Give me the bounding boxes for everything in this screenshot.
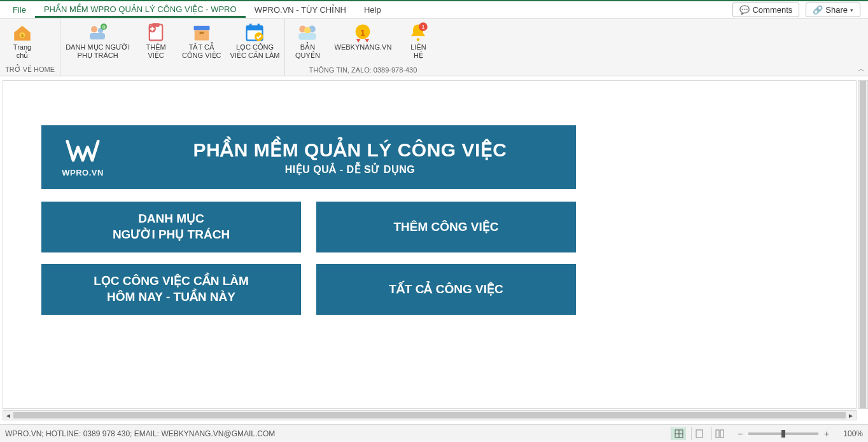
vertical-scrollbar[interactable] <box>858 80 868 409</box>
add-task-button[interactable]: THÊM VIỆC <box>139 20 173 59</box>
zoom-slider[interactable] <box>748 432 818 435</box>
contact-button[interactable]: 1 LIÊN HỆ <box>401 20 435 59</box>
people-gear-icon: ⚙ <box>87 23 109 42</box>
zoom-in-button[interactable]: + <box>822 429 831 439</box>
add-document-icon <box>145 23 167 42</box>
status-bar: WPRO.VN; HOTLINE: 0389 978 430; EMAIL: W… <box>0 424 868 442</box>
tab-file[interactable]: File <box>4 3 35 17</box>
home-button[interactable]: $ Trang chủ <box>5 20 39 59</box>
brand-text: WPRO.VN <box>62 168 104 177</box>
tab-help[interactable]: Help <box>355 3 390 17</box>
zoom-out-button[interactable]: − <box>736 429 745 439</box>
comments-button[interactable]: 💬 Comments <box>732 3 799 17</box>
svg-point-2 <box>91 26 97 32</box>
svg-rect-4 <box>90 33 105 39</box>
all-tasks-button[interactable]: TẤT CẢ CÔNG VIỆC <box>182 20 221 59</box>
sheet-canvas: WPRO.VN PHẦN MỀM QUẢN LÝ CÔNG VIỆC HIỆU … <box>3 80 857 409</box>
card-add-task[interactable]: THÊM CÔNG VIỆC <box>316 202 576 252</box>
badge-number-one-icon: 1 <box>352 23 374 42</box>
scroll-right-icon[interactable]: ► <box>846 412 856 419</box>
ribbon: $ Trang chủ TRỞ VỀ HOME ⚙ DANH MỤC NGƯỜI… <box>0 19 868 76</box>
archive-icon <box>191 23 213 42</box>
share-button[interactable]: 🔗 Share ▾ <box>806 3 860 17</box>
all-tasks-label: TẤT CẢ CÔNG VIỆC <box>182 43 221 59</box>
contact-label: LIÊN HỆ <box>410 43 426 59</box>
chevron-up-icon: ︿ <box>858 64 865 74</box>
menu-grid: DANH MỤC NGƯỜI PHỤ TRÁCH THÊM CÔNG VIỆC … <box>41 202 576 315</box>
svg-rect-15 <box>250 24 252 28</box>
tab-wpro-main[interactable]: PHẦN MỀM WPRO QUẢN LÝ CÔNG VIỆC - WPRO <box>35 2 246 18</box>
svg-point-20 <box>304 27 311 34</box>
ribbon-group-tasks: ⚙ DANH MỤC NGƯỜI PHỤ TRÁCH THÊM VIỆC TẤT… <box>60 19 285 76</box>
page-layout-icon <box>695 429 704 438</box>
chevron-down-icon: ▾ <box>850 7 853 13</box>
filter-tasks-label: LỌC CÔNG VIỆC CẦN LÀM <box>230 43 279 59</box>
card-filter-tasks[interactable]: LỌC CÔNG VIỆC CẦN LÀM HÔM NAY - TUẦN NÀY <box>41 264 301 315</box>
horizontal-scrollbar[interactable]: ◄ ► <box>3 410 857 420</box>
app-banner: WPRO.VN PHẦN MỀM QUẢN LÝ CÔNG VIỆC HIỆU … <box>41 125 576 189</box>
banner-subtitle: HIỆU QUẢ - DỄ SỬ DỤNG <box>124 163 576 176</box>
svg-point-24 <box>417 38 420 41</box>
grid-icon <box>675 429 683 438</box>
add-task-label: THÊM VIỆC <box>146 43 165 59</box>
ribbon-group-info: BẢN QUYỀN 1 WEBKYNANG.VN 1 LIÊN HỆ THÔNG… <box>285 19 440 76</box>
svg-rect-10 <box>193 26 209 31</box>
comment-icon: 💬 <box>739 5 750 15</box>
ribbon-group-home-label: TRỞ VỀ HOME <box>5 64 55 76</box>
svg-text:1: 1 <box>361 28 366 38</box>
tab-customize[interactable]: WPRO.VN - TÙY CHỈNH <box>246 3 355 17</box>
banner-text: PHẦN MỀM QUẢN LÝ CÔNG VIỆC HIỆU QUẢ - DỄ… <box>124 139 576 176</box>
zoom-value: 100% <box>835 429 863 438</box>
bell-notification-icon: 1 <box>407 23 429 42</box>
view-page-layout-button[interactable] <box>691 427 706 440</box>
view-normal-button[interactable] <box>671 427 686 440</box>
ribbon-tab-strip: File PHẦN MỀM WPRO QUẢN LÝ CÔNG VIỆC - W… <box>0 1 868 19</box>
svg-text:⚙: ⚙ <box>102 25 106 29</box>
svg-rect-21 <box>299 33 317 40</box>
home-icon: $ <box>11 23 33 42</box>
card-all-tasks[interactable]: TẤT CẢ CÔNG VIỆC <box>316 264 576 315</box>
svg-text:1: 1 <box>422 24 425 30</box>
people-group-icon <box>297 23 318 42</box>
ribbon-group-tasks-label <box>66 65 279 76</box>
calendar-check-icon <box>244 23 265 42</box>
webkynang-label: WEBKYNANG.VN <box>335 43 392 52</box>
card-contacts[interactable]: DANH MỤC NGƯỜI PHỤ TRÁCH <box>41 202 301 252</box>
share-icon: 🔗 <box>813 5 823 15</box>
share-label: Share <box>825 5 848 15</box>
ribbon-group-info-label: THÔNG TIN, ZALO: 0389-978-430 <box>290 65 435 76</box>
page-break-icon <box>715 429 724 438</box>
license-button[interactable]: BẢN QUYỀN <box>290 20 325 59</box>
contacts-label: DANH MỤC NGƯỜI PHỤ TRÁCH <box>66 43 130 59</box>
comments-label: Comments <box>752 5 792 15</box>
scroll-left-icon[interactable]: ◄ <box>3 412 13 419</box>
collapse-ribbon-button[interactable]: ︿ <box>854 19 868 76</box>
svg-rect-31 <box>716 430 719 438</box>
wpro-logo-icon <box>65 137 101 167</box>
view-page-break-button[interactable] <box>711 427 727 440</box>
svg-rect-32 <box>720 430 724 438</box>
webkynang-button[interactable]: 1 WEBKYNANG.VN <box>333 20 392 52</box>
home-label: Trang chủ <box>13 43 31 59</box>
workspace: WPRO.VN PHẦN MỀM QUẢN LÝ CÔNG VIỆC HIỆU … <box>0 76 868 423</box>
banner-title: PHẦN MỀM QUẢN LÝ CÔNG VIỆC <box>124 139 576 161</box>
svg-rect-14 <box>247 26 263 31</box>
svg-rect-30 <box>696 430 703 438</box>
license-label: BẢN QUYỀN <box>295 43 320 59</box>
filter-tasks-button[interactable]: LỌC CÔNG VIỆC CẦN LÀM <box>230 20 279 59</box>
ribbon-group-home: $ Trang chủ TRỞ VỀ HOME <box>0 19 60 76</box>
svg-rect-16 <box>258 24 260 28</box>
brand-block: WPRO.VN <box>41 137 124 177</box>
zoom-control: − + 100% <box>736 429 863 439</box>
status-text: WPRO.VN; HOTLINE: 0389 978 430; EMAIL: W… <box>5 429 275 438</box>
svg-rect-12 <box>199 32 204 34</box>
contacts-button[interactable]: ⚙ DANH MỤC NGƯỜI PHỤ TRÁCH <box>66 20 130 59</box>
